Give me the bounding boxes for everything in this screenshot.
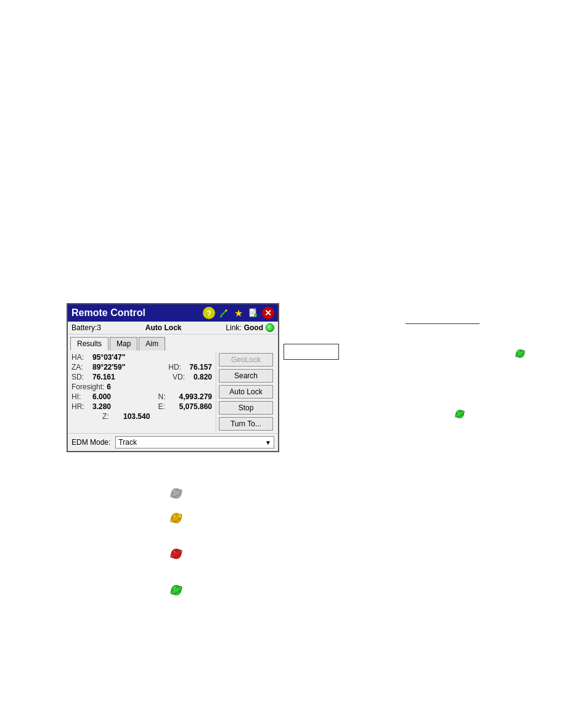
hd-section: HD: 76.157 (168, 363, 212, 371)
hd-value: 76.157 (189, 363, 212, 371)
ha-label: HA: (71, 353, 90, 362)
e-section: E: 5,075.860 (158, 402, 212, 411)
title-bar-icons: ? ★ + ✕ (203, 307, 274, 319)
hd-label: HD: (168, 363, 187, 371)
stop-button[interactable]: Stop (219, 401, 273, 415)
sd-section: SD: 76.161 (71, 373, 115, 381)
tab-map[interactable]: Map (110, 337, 137, 351)
remote-control-window: Remote Control ? ★ + (67, 303, 279, 452)
battery-status: Battery:3 (71, 323, 101, 332)
n-section: N: 4,993.279 (158, 392, 212, 401)
hi-section: HI: 6.000 (71, 392, 111, 401)
ha-row: HA: 95°03'47" (71, 353, 212, 362)
svg-point-18 (173, 515, 176, 517)
edm-label: EDM Mode: (71, 438, 110, 447)
satellite-icon-gray (169, 487, 183, 500)
main-content: HA: 95°03'47" ZA: 89°22'59" HD: 76.157 S… (68, 351, 278, 433)
close-icon[interactable]: ✕ (262, 307, 274, 319)
n-value: 4,993.279 (179, 392, 212, 401)
sd-value: 76.161 (92, 373, 115, 381)
za-value: 89°22'59" (92, 363, 125, 371)
button-panel: GeoLock Search Auto Lock Stop Turn To... (216, 351, 278, 433)
e-value: 5,075.860 (179, 402, 212, 411)
foresight-row: Foresight: 6 (71, 383, 212, 391)
tab-results[interactable]: Results (70, 337, 108, 351)
star-icon[interactable]: ★ (232, 307, 245, 319)
edm-row: EDM Mode: Track ▼ (68, 433, 278, 451)
geolock-button[interactable]: GeoLock (219, 353, 273, 367)
auto-lock-status: Auto Lock (106, 323, 221, 332)
z-label: Z: (102, 412, 121, 421)
za-section: ZA: 89°22'59" (71, 363, 125, 371)
svg-point-12 (457, 412, 459, 413)
vd-section: VD: 0.820 (173, 373, 212, 381)
svg-text:!: ! (178, 515, 179, 518)
z-row: Z: 103.540 (71, 412, 212, 421)
sd-label: SD: (71, 373, 90, 381)
sd-vd-row: SD: 76.161 VD: 0.820 (71, 373, 212, 381)
ha-value: 95°03'47" (92, 353, 125, 362)
foresight-value: 6 (107, 383, 111, 391)
satellite-icon-green-1 (515, 348, 526, 359)
link-section: Link: Good (226, 323, 274, 332)
hr-label: HR: (71, 402, 90, 411)
hr-value: 3.280 (92, 402, 111, 411)
hr-e-row: HR: 3.280 E: 5,075.860 (71, 402, 212, 411)
hi-label: HI: (71, 392, 90, 401)
underline-decoration (406, 323, 480, 324)
hi-n-row: HI: 6.000 N: 4,993.279 (71, 392, 212, 401)
z-value: 103.540 (123, 412, 150, 421)
turn-to-button[interactable]: Turn To... (219, 417, 273, 431)
satellite-icon-red (169, 547, 183, 561)
vd-value: 0.820 (194, 373, 212, 381)
edm-select[interactable]: Track ▼ (115, 436, 274, 448)
svg-point-23 (173, 551, 176, 553)
satellite-icon-green-2 (454, 408, 465, 420)
document-icon[interactable]: + (247, 307, 259, 319)
vd-label: VD: (173, 373, 191, 381)
edm-value: Track (118, 438, 137, 447)
satellite-icon-yellow: ! (169, 511, 183, 525)
hr-section: HR: 3.280 (71, 402, 111, 411)
za-hd-row: ZA: 89°22'59" HD: 76.157 (71, 363, 212, 371)
title-bar: Remote Control ? ★ + (68, 304, 278, 322)
tabs-container: Results Map Aim (68, 335, 278, 351)
n-label: N: (158, 392, 177, 401)
foresight-label: Foresight: (71, 383, 104, 391)
help-icon[interactable]: ? (203, 307, 215, 319)
svg-text:+: + (255, 314, 256, 317)
svg-point-15 (173, 490, 176, 493)
link-value: Good (244, 323, 263, 332)
edit-icon[interactable] (218, 307, 230, 319)
search-input[interactable] (284, 344, 339, 360)
auto-lock-button[interactable]: Auto Lock (219, 385, 273, 399)
data-panel: HA: 95°03'47" ZA: 89°22'59" HD: 76.157 S… (68, 351, 216, 433)
window-title: Remote Control (71, 307, 145, 318)
satellite-icon-green-3 (169, 583, 183, 597)
svg-point-26 (173, 587, 176, 590)
link-indicator (266, 323, 274, 332)
search-button[interactable]: Search (219, 369, 273, 383)
status-bar: Battery:3 Auto Lock Link: Good (68, 322, 278, 335)
tab-aim[interactable]: Aim (139, 337, 165, 351)
svg-rect-0 (220, 316, 222, 317)
svg-point-9 (518, 351, 520, 353)
dropdown-arrow-icon: ▼ (265, 439, 271, 446)
hi-value: 6.000 (92, 392, 111, 401)
za-label: ZA: (71, 363, 90, 371)
link-label: Link: (226, 323, 241, 332)
e-label: E: (158, 402, 177, 411)
